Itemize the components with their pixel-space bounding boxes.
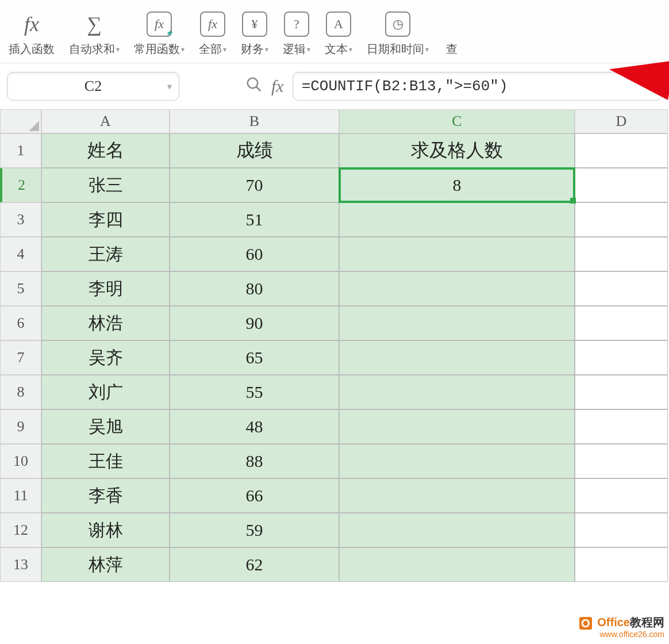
cell-C7[interactable]	[339, 340, 575, 375]
cell-D7[interactable]	[575, 340, 668, 375]
cell-D3[interactable]	[575, 202, 668, 237]
row-header-7[interactable]: 7	[0, 340, 41, 375]
cell-A2[interactable]: 张三	[41, 168, 170, 202]
table-row: 7 吴齐 65	[0, 340, 669, 375]
insert-function-button[interactable]: fx 插入函数	[9, 12, 55, 57]
chevron-down-icon: ▾	[223, 45, 226, 53]
spreadsheet-grid: A B C D 1 姓名 成绩 求及格人数 2 张三 70 8 3 李四 51 …	[0, 109, 669, 582]
cell-C4[interactable]	[339, 237, 575, 271]
cell-A5[interactable]: 李明	[41, 271, 170, 306]
cell-A13[interactable]: 林萍	[41, 547, 170, 582]
cell-D13[interactable]	[575, 547, 668, 582]
watermark-url: www.office26.com	[579, 630, 664, 639]
cell-D4[interactable]	[575, 237, 668, 271]
select-all-corner[interactable]	[0, 109, 41, 133]
common-functions-label: 常用函数	[134, 41, 180, 57]
row-header-11[interactable]: 11	[0, 478, 41, 513]
cell-A10[interactable]: 王佳	[41, 444, 170, 478]
name-box[interactable]: C2 ▾	[7, 72, 179, 101]
financial-button[interactable]: ¥ 财务▾	[241, 12, 268, 57]
table-row: 1 姓名 成绩 求及格人数	[0, 133, 669, 168]
cell-B8[interactable]: 55	[170, 375, 339, 409]
table-row: 5 李明 80	[0, 271, 669, 306]
sigma-icon: ∑	[82, 12, 107, 37]
cell-D10[interactable]	[575, 444, 668, 478]
row-header-10[interactable]: 10	[0, 444, 41, 478]
table-row: 13 林萍 62	[0, 547, 669, 582]
cell-B1[interactable]: 成绩	[170, 133, 339, 168]
row-header-4[interactable]: 4	[0, 237, 41, 271]
svg-point-0	[248, 78, 258, 88]
column-header-C[interactable]: C	[339, 109, 575, 133]
column-header-B[interactable]: B	[170, 109, 339, 133]
cell-C10[interactable]	[339, 444, 575, 478]
cell-B3[interactable]: 51	[170, 202, 339, 237]
cell-C6[interactable]	[339, 306, 575, 340]
cell-B11[interactable]: 66	[170, 478, 339, 513]
cell-C5[interactable]	[339, 271, 575, 306]
all-functions-button[interactable]: fx 全部▾	[199, 12, 226, 57]
cell-C9[interactable]	[339, 409, 575, 444]
row-header-13[interactable]: 13	[0, 547, 41, 582]
cell-C11[interactable]	[339, 478, 575, 513]
cell-A4[interactable]: 王涛	[41, 237, 170, 271]
cell-D5[interactable]	[575, 271, 668, 306]
cell-D8[interactable]	[575, 375, 668, 409]
chevron-down-icon: ▾	[181, 45, 184, 53]
chevron-down-icon[interactable]: ▾	[167, 81, 172, 92]
row-header-9[interactable]: 9	[0, 409, 41, 444]
row-header-8[interactable]: 8	[0, 375, 41, 409]
cell-A8[interactable]: 刘广	[41, 375, 170, 409]
cell-D9[interactable]	[575, 409, 668, 444]
formula-bar: C2 ▾ fx =COUNTIF(B2:B13,">=60")	[0, 63, 669, 109]
table-row: 4 王涛 60	[0, 237, 669, 271]
text-label: 文本	[325, 41, 348, 57]
row-header-2[interactable]: 2	[0, 168, 41, 202]
column-header-D[interactable]: D	[575, 109, 668, 133]
cell-A9[interactable]: 吴旭	[41, 409, 170, 444]
cell-B12[interactable]: 59	[170, 513, 339, 547]
cell-B10[interactable]: 88	[170, 444, 339, 478]
cell-A11[interactable]: 李香	[41, 478, 170, 513]
cell-C1[interactable]: 求及格人数	[339, 133, 575, 168]
cell-B13[interactable]: 62	[170, 547, 339, 582]
row-header-5[interactable]: 5	[0, 271, 41, 306]
magnifier-icon[interactable]	[245, 76, 263, 97]
cell-C2[interactable]: 8	[339, 168, 575, 202]
cell-C8[interactable]	[339, 375, 575, 409]
row-header-3[interactable]: 3	[0, 202, 41, 237]
fx-icon[interactable]: fx	[271, 76, 284, 96]
table-row: 11 李香 66	[0, 478, 669, 513]
cell-B9[interactable]: 48	[170, 409, 339, 444]
cell-D1[interactable]	[575, 133, 668, 168]
cell-A6[interactable]: 林浩	[41, 306, 170, 340]
datetime-button[interactable]: ◷ 日期和时间▾	[367, 12, 429, 57]
row-header-1[interactable]: 1	[0, 133, 41, 168]
logical-button[interactable]: ? 逻辑▾	[283, 12, 310, 57]
cell-D6[interactable]	[575, 306, 668, 340]
cell-A1[interactable]: 姓名	[41, 133, 170, 168]
cell-A7[interactable]: 吴齐	[41, 340, 170, 375]
cell-C13[interactable]	[339, 547, 575, 582]
row-header-6[interactable]: 6	[0, 306, 41, 340]
cell-B4[interactable]: 60	[170, 237, 339, 271]
lookup-button[interactable]: 查	[446, 12, 457, 57]
formula-text: =COUNTIF(B2:B13,">=60")	[302, 78, 508, 95]
cell-D12[interactable]	[575, 513, 668, 547]
cell-C3[interactable]	[339, 202, 575, 237]
column-header-A[interactable]: A	[41, 109, 170, 133]
watermark-text-1b: 教程网	[630, 616, 664, 628]
cell-D11[interactable]	[575, 478, 668, 513]
common-functions-button[interactable]: fx★ 常用函数▾	[134, 12, 184, 57]
cell-D2[interactable]	[575, 168, 668, 202]
cell-B7[interactable]: 65	[170, 340, 339, 375]
cell-B5[interactable]: 80	[170, 271, 339, 306]
cell-A3[interactable]: 李四	[41, 202, 170, 237]
cell-B6[interactable]: 90	[170, 306, 339, 340]
cell-A12[interactable]: 谢林	[41, 513, 170, 547]
row-header-12[interactable]: 12	[0, 513, 41, 547]
cell-B2[interactable]: 70	[170, 168, 339, 202]
autosum-button[interactable]: ∑ 自动求和▾	[69, 12, 120, 57]
text-button[interactable]: A 文本▾	[325, 12, 352, 57]
cell-C12[interactable]	[339, 513, 575, 547]
